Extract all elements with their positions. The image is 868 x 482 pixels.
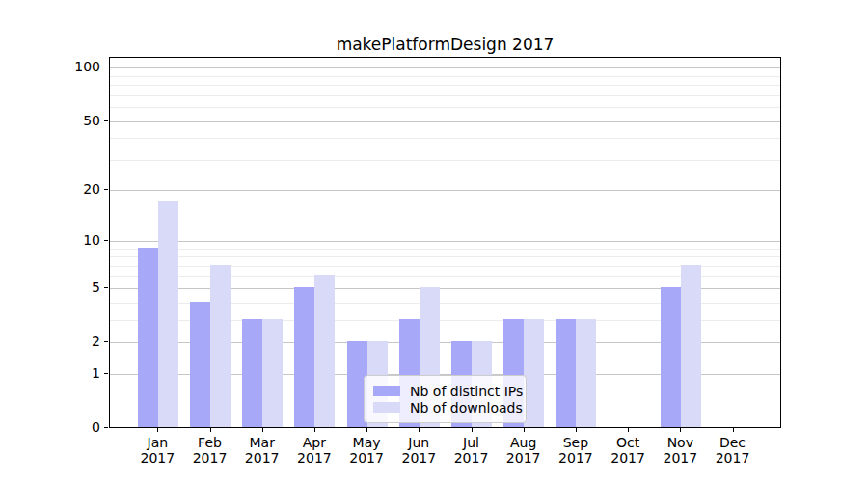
- x-tick-mark: [210, 428, 211, 432]
- y-minor-gridline: [110, 249, 780, 250]
- y-tick-mark: [104, 427, 108, 428]
- x-tick-year: 2017: [599, 450, 657, 466]
- x-tick-month: Sep: [547, 435, 605, 450]
- bar-distinct-ips: [138, 248, 158, 428]
- x-tick-year: 2017: [390, 450, 448, 466]
- x-tick-month: Dec: [704, 435, 762, 450]
- x-tick-mark: [262, 428, 263, 432]
- legend-item-distinct-ips: Nb of distinct IPs: [373, 383, 516, 399]
- chart-title: makePlatformDesign 2017: [109, 35, 781, 54]
- x-tick-mark: [733, 428, 734, 432]
- x-tick-year: 2017: [443, 450, 501, 466]
- y-tick-mark: [104, 189, 108, 190]
- y-major-gridline: [110, 67, 780, 68]
- y-tick-label: 100: [35, 60, 100, 73]
- y-major-gridline: [110, 121, 780, 122]
- y-tick-mark: [104, 240, 108, 241]
- y-tick-label: 2: [35, 335, 100, 348]
- x-tick-month: Jan: [128, 435, 186, 450]
- x-tick-month: Jul: [443, 435, 501, 450]
- y-minor-gridline: [110, 85, 780, 86]
- x-tick-mark: [680, 428, 681, 432]
- x-tick-label: May2017: [338, 435, 395, 466]
- x-tick-month: May: [338, 435, 395, 450]
- y-minor-gridline: [110, 107, 780, 108]
- x-tick-label: Jul2017: [443, 435, 501, 466]
- x-tick-label: Dec2017: [704, 435, 762, 466]
- bar-distinct-ips: [242, 319, 262, 427]
- bar-downloads: [576, 319, 596, 427]
- bar-distinct-ips: [661, 287, 681, 427]
- x-tick-mark: [524, 428, 525, 432]
- x-tick-year: 2017: [128, 450, 186, 466]
- y-tick-mark: [104, 287, 108, 288]
- legend-swatch-downloads-icon: [373, 402, 400, 413]
- x-tick-year: 2017: [338, 450, 395, 466]
- bar-distinct-ips: [294, 287, 314, 427]
- x-tick-label: Jan2017: [128, 435, 186, 466]
- y-major-gridline: [110, 190, 780, 191]
- bar-downloads: [524, 319, 544, 427]
- x-tick-label: Aug2017: [495, 435, 553, 466]
- x-tick-month: Aug: [495, 435, 553, 450]
- x-tick-label: Jun2017: [390, 435, 448, 466]
- legend-item-downloads: Nb of downloads: [373, 399, 516, 415]
- y-tick-mark: [104, 67, 108, 67]
- bar-downloads: [681, 265, 701, 427]
- y-minor-gridline: [110, 256, 780, 257]
- y-minor-gridline: [110, 160, 780, 161]
- y-minor-gridline: [110, 138, 780, 139]
- x-tick-year: 2017: [285, 450, 343, 466]
- x-tick-month: Feb: [181, 435, 239, 450]
- y-tick-mark: [104, 373, 108, 374]
- x-tick-month: Apr: [285, 435, 343, 450]
- x-tick-mark: [314, 428, 315, 432]
- y-tick-label: 20: [35, 182, 100, 196]
- y-tick-label: 1: [35, 366, 100, 380]
- x-tick-month: Mar: [233, 435, 291, 450]
- y-minor-gridline: [110, 76, 780, 77]
- x-tick-year: 2017: [704, 450, 762, 466]
- plot-area: [109, 57, 781, 428]
- y-major-gridline: [110, 241, 780, 242]
- y-tick-label: 0: [35, 420, 100, 434]
- bar-distinct-ips: [556, 319, 576, 427]
- y-tick-mark: [104, 341, 108, 342]
- legend-swatch-distinct-ips-icon: [373, 386, 400, 396]
- x-tick-mark: [419, 428, 420, 432]
- bar-downloads: [210, 265, 231, 427]
- bar-downloads: [158, 201, 178, 427]
- x-tick-year: 2017: [233, 450, 291, 466]
- x-tick-year: 2017: [495, 450, 553, 466]
- x-tick-month: Jun: [390, 435, 448, 450]
- x-tick-label: Sep2017: [547, 435, 605, 466]
- y-tick-label: 5: [35, 281, 100, 294]
- x-tick-label: Nov2017: [651, 435, 709, 466]
- x-tick-year: 2017: [547, 450, 605, 466]
- x-tick-label: Feb2017: [181, 435, 239, 466]
- x-tick-month: Nov: [651, 435, 709, 450]
- x-tick-label: Apr2017: [285, 435, 343, 466]
- legend-label-distinct-ips: Nb of distinct IPs: [410, 384, 523, 399]
- bar-distinct-ips: [190, 302, 210, 427]
- legend: Nb of distinct IPs Nb of downloads: [364, 375, 527, 423]
- y-minor-gridline: [110, 95, 780, 96]
- bar-downloads: [314, 275, 335, 427]
- legend-label-downloads: Nb of downloads: [410, 400, 523, 415]
- x-tick-year: 2017: [651, 450, 709, 466]
- y-tick-label: 10: [35, 233, 100, 247]
- chart-figure: makePlatformDesign 2017 0125102050100Jan…: [0, 0, 868, 482]
- bar-downloads: [262, 319, 283, 427]
- x-tick-month: Oct: [599, 435, 657, 450]
- y-tick-mark: [104, 120, 108, 121]
- x-tick-year: 2017: [181, 450, 239, 466]
- x-tick-label: Mar2017: [233, 435, 291, 466]
- x-tick-mark: [472, 428, 473, 432]
- x-tick-mark: [366, 428, 367, 432]
- x-tick-mark: [157, 428, 158, 432]
- y-tick-label: 50: [35, 114, 100, 127]
- x-tick-mark: [576, 428, 577, 432]
- x-tick-label: Oct2017: [599, 435, 657, 466]
- x-tick-mark: [628, 428, 629, 432]
